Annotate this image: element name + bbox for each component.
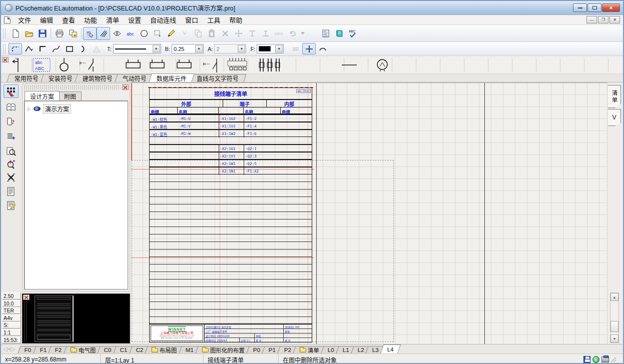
mdi-minimize-button[interactable]: — (586, 16, 597, 24)
page-preview[interactable] (22, 294, 130, 344)
tree-item[interactable]: ▷ 演示方案 (28, 104, 71, 114)
print-button[interactable] (53, 27, 66, 40)
database-button[interactable] (332, 27, 346, 40)
value-cell-3[interactable]: A4v (2, 314, 21, 322)
mdi-close-button[interactable]: ✕ (609, 16, 620, 24)
symbol-help-button[interactable]: ? (4, 114, 19, 128)
tab-design-plan[interactable]: 设计方案 (25, 91, 60, 100)
list-document-button[interactable] (4, 184, 19, 198)
spellcheck-button[interactable]: ABC (346, 27, 359, 40)
menu-item-6[interactable]: 自动连线 (146, 14, 181, 25)
export-pages-button[interactable] (66, 27, 80, 40)
edit-document-button[interactable] (4, 198, 19, 212)
toolbar-grip[interactable] (3, 44, 6, 54)
corner-tool[interactable] (36, 43, 49, 54)
ortho-line-tool[interactable] (9, 43, 22, 54)
drawing-canvas[interactable]: 接线端子清单 a4v: 00mm 外部 端子 内部 电缆 名称 名称 电缆 (131, 82, 609, 344)
text-tool-button[interactable]: abc (124, 27, 137, 40)
print-status-icon[interactable] (601, 356, 609, 362)
document-icon[interactable] (4, 16, 11, 24)
v-marker-button[interactable] (178, 27, 191, 40)
symbols-book-button[interactable] (4, 100, 19, 114)
symbol-coil-1[interactable] (122, 57, 144, 73)
symbol-text[interactable]: abcABC (30, 57, 53, 73)
vertical-scrollbar[interactable]: ▲ ▼ (610, 292, 619, 343)
menu-item-4[interactable]: 清单 (102, 14, 124, 25)
angle-select[interactable]: 2 ▼ (214, 44, 246, 54)
symbol-line[interactable] (339, 57, 359, 73)
data-button[interactable]: DATA (272, 27, 286, 40)
scroll-thumb[interactable] (610, 321, 618, 332)
symbol-motor[interactable] (372, 57, 392, 73)
save-button[interactable] (36, 27, 49, 40)
value-cell-4[interactable]: S: (2, 322, 21, 328)
resize-grip[interactable] (611, 357, 616, 362)
close-button[interactable]: ✕ (602, 4, 620, 12)
symbol-lamp[interactable] (54, 57, 74, 73)
object-list-button[interactable] (319, 27, 332, 40)
symbol-contact-2[interactable] (200, 57, 223, 73)
menu-item-1[interactable]: 编辑 (36, 14, 58, 25)
symbol-tab-1[interactable]: 安装符号 (41, 74, 80, 82)
value-cell-0[interactable]: 2.50 (2, 292, 21, 300)
toolbar-grip[interactable] (3, 28, 6, 38)
zoom-page-button[interactable] (4, 144, 19, 158)
page-tab-图形化的布置[interactable]: 图形化的布置 (195, 346, 251, 354)
paste-button[interactable] (205, 27, 218, 40)
tree-item-label[interactable]: 演示方案 (43, 104, 71, 114)
save-status-icon[interactable] (583, 356, 590, 363)
color-select[interactable]: ▼ (257, 44, 284, 54)
page-tab-电气图[interactable]: 电气图 (64, 346, 103, 354)
menu-item-3[interactable]: 功能 (80, 14, 102, 25)
tab-lists-vertical[interactable]: 清单 (608, 85, 621, 108)
object-lister-button[interactable] (4, 130, 19, 143)
info-icon[interactable]: i (592, 356, 599, 363)
copy-button[interactable] (191, 27, 205, 40)
tab-v-vertical[interactable]: V (608, 109, 621, 126)
preview-close-icon[interactable] (23, 294, 30, 300)
parallel-lines-button[interactable] (289, 43, 302, 54)
terminal-table[interactable]: 接线端子清单 a4v: 00mm 外部 端子 内部 电缆 名称 名称 电缆 (149, 88, 312, 342)
minimize-button[interactable] (573, 4, 587, 12)
tab-attachment[interactable]: 附图 (59, 92, 82, 100)
hatch-mode-toggle[interactable] (97, 27, 110, 40)
dropdown-arrow-icon[interactable]: ▼ (195, 45, 203, 52)
expander-icon[interactable]: ▷ (28, 106, 31, 112)
value-cell-2[interactable]: TER (2, 307, 21, 314)
menu-item-7[interactable]: 窗口 (181, 14, 203, 25)
maximize-button[interactable] (587, 4, 601, 12)
next-page-button[interactable]: ▷ (11, 346, 15, 352)
symbol-terminal-line[interactable] (8, 57, 28, 73)
delete-button[interactable] (218, 27, 232, 40)
align-bottom-button[interactable] (259, 27, 272, 40)
move-button[interactable] (232, 27, 245, 40)
new-file-button[interactable] (9, 27, 22, 40)
symbol-terminals-triple[interactable] (254, 57, 282, 73)
symbol-tab-5[interactable]: 直线与文字符号 (189, 74, 246, 82)
page-tab-布局图[interactable]: 布局图 (145, 346, 184, 354)
circle-tool-button[interactable] (137, 27, 151, 40)
fill-tool[interactable] (90, 43, 103, 54)
symbol-coil-2[interactable] (146, 57, 168, 73)
value-cell-5[interactable]: 1:1 (2, 329, 21, 336)
symbol-contact[interactable] (76, 57, 100, 73)
line-type-select[interactable]: ▼ (113, 44, 161, 54)
menu-item-9[interactable]: 帮助 (225, 14, 247, 25)
symbol-tab-0[interactable]: 常用符号 (7, 74, 46, 82)
junction-mode-button[interactable] (302, 43, 316, 54)
project-tree[interactable]: ▷ 演示方案 (24, 100, 128, 290)
symbol-tab-2[interactable]: 建筑物符号 (75, 74, 120, 82)
symbol-plc-connector[interactable] (224, 57, 250, 73)
menu-item-8[interactable]: 工具 (203, 14, 225, 25)
curve-tool[interactable] (49, 43, 63, 54)
mdi-restore-button[interactable]: ❐ (598, 16, 608, 24)
zoom-pointer-button[interactable] (4, 158, 19, 171)
dropdown-arrow-icon[interactable]: ▼ (238, 45, 245, 52)
menu-item-0[interactable]: 文件 (14, 14, 36, 25)
pointer-mode-toggle[interactable]: ab (83, 27, 97, 40)
hop-arc-button[interactable] (316, 43, 329, 54)
angled-line-tool[interactable] (22, 43, 36, 54)
edit-pencil-button[interactable] (164, 27, 178, 40)
undo-button[interactable] (286, 27, 299, 40)
scroll-down-button[interactable]: ▼ (610, 334, 618, 342)
